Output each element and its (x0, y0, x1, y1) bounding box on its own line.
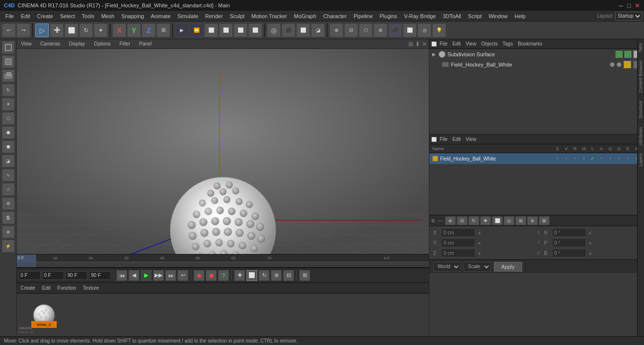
menu-motiontracker[interactable]: Motion Tracker (248, 12, 290, 20)
obj-objects-btn[interactable]: Objects (479, 41, 500, 46)
coord-h-input[interactable] (552, 228, 586, 237)
viewport-shader-btn[interactable]: ⊗ (374, 23, 387, 37)
transport-next-btn[interactable]: ▶▶ (153, 270, 164, 281)
edge-mode-btn[interactable]: ⬜ (296, 23, 310, 37)
subdiv-enable-toggle[interactable]: ✓ (616, 51, 622, 58)
render-region-btn[interactable]: ▶ (175, 23, 189, 37)
menu-mograph[interactable]: MoGraph (290, 12, 320, 20)
sidebar-light-btn[interactable]: ⚡ (2, 240, 15, 253)
layout-select[interactable]: Startup (615, 12, 642, 21)
mat-mgr-edit-btn[interactable]: Edit (40, 285, 52, 291)
sidebar-s-btn[interactable]: S (2, 211, 15, 224)
sidebar-edges-btn[interactable] (2, 55, 15, 68)
menu-create[interactable]: Create (34, 12, 57, 20)
transport-auto-btn[interactable]: ? (218, 270, 229, 281)
transport-loop-btn[interactable]: ↩ (178, 270, 188, 281)
viewport-settings-btn[interactable]: ⬇ (415, 41, 420, 47)
apply-button[interactable]: Apply (494, 262, 522, 272)
transport-stop-btn[interactable]: ⏹ (206, 270, 217, 281)
mat-mgr-create-btn[interactable]: Create (19, 285, 37, 291)
menu-mesh[interactable]: Mesh (98, 12, 118, 20)
sidebar-obj1-btn[interactable]: ⬡ (2, 112, 15, 125)
vtab-attributes[interactable]: Attributes (638, 123, 644, 149)
coords-tb-9[interactable]: ⊠ (539, 216, 550, 225)
sidebar-obj2-btn[interactable]: ⬢ (2, 126, 15, 139)
snap-btn[interactable]: ⊕ (330, 23, 343, 37)
sidebar-spline-btn[interactable]: ∿ (2, 169, 15, 182)
mat-row-hockey[interactable]: Field_Hockey_Ball_White • • • • ✓ • • • … (429, 153, 644, 164)
transport-scale2-btn[interactable]: ⬜ (246, 270, 257, 281)
display-box-btn[interactable]: ◎ (418, 23, 431, 37)
menu-animate[interactable]: Animate (147, 12, 174, 20)
transport-start-frame[interactable] (19, 271, 41, 280)
transport-prev-btn[interactable]: ◀ (129, 270, 139, 281)
menu-tools[interactable]: Tools (78, 12, 98, 20)
vp-display-btn[interactable]: Display (67, 41, 88, 47)
sidebar-settings-btn[interactable]: ⚙ (2, 197, 15, 210)
axis-x-btn[interactable]: X (112, 23, 126, 37)
point-mode-btn[interactable]: ⬛ (282, 23, 295, 37)
all-axis-btn[interactable]: ⊞ (156, 23, 170, 37)
transport-pan-btn[interactable]: ⊕ (271, 270, 282, 281)
obj-view-btn[interactable]: View (464, 41, 478, 46)
coords-tb-7[interactable]: ⊞ (515, 216, 526, 225)
mat-edit-btn[interactable]: Edit (450, 137, 463, 142)
menu-sculpt[interactable]: Sculpt (226, 12, 248, 20)
obj-hockey-ball-item[interactable]: Field_Hockey_Ball_White (429, 60, 644, 69)
hockey-ball-color[interactable] (623, 61, 631, 69)
coords-tb-3[interactable]: ↻ (468, 216, 479, 225)
coords-tb-1[interactable]: ⊕ (445, 216, 456, 225)
menu-pipeline[interactable]: Pipeline (350, 12, 376, 20)
obj-file-btn[interactable]: File (438, 41, 449, 46)
menu-plugins[interactable]: Plugins (376, 12, 400, 20)
transport-end-frame[interactable] (89, 271, 111, 280)
sidebar-obj3-btn[interactable]: ⬣ (2, 140, 15, 153)
light-btn[interactable]: 💡 (432, 23, 446, 37)
coord-y-input[interactable] (441, 238, 475, 247)
sidebar-brush-btn[interactable]: ✦ (2, 98, 15, 111)
menu-file[interactable]: File (2, 12, 18, 20)
coords-tb-4[interactable]: ✚ (480, 216, 491, 225)
workspace-btn[interactable]: ⬡ (359, 23, 373, 37)
render-settings-btn[interactable]: ⬜ (219, 23, 233, 37)
axis-y-btn[interactable]: Y (127, 23, 141, 37)
close-btn[interactable]: ✕ (635, 2, 640, 9)
snap-settings-btn[interactable]: ⊟ (344, 23, 358, 37)
menu-snapping[interactable]: Snapping (118, 12, 148, 20)
transport-first-btn[interactable]: ⏮ (116, 270, 127, 281)
vp-cameras-btn[interactable]: Cameras (38, 41, 63, 47)
vp-panel-btn[interactable]: Panel (137, 41, 155, 47)
sidebar-add-btn[interactable]: ⊕ (2, 226, 15, 238)
mat-mgr-function-btn[interactable]: Function (55, 285, 78, 291)
vtab-layers[interactable]: Layers (638, 149, 644, 170)
transport-extra-btn[interactable]: ⊞ (299, 270, 310, 281)
maximize-btn[interactable]: □ (627, 2, 631, 9)
mat-mgr-texture-btn[interactable]: Texture (81, 285, 101, 291)
transport-zoom-btn[interactable]: ⊟ (283, 270, 294, 281)
timeline-track[interactable] (17, 262, 429, 268)
menu-help[interactable]: Help (511, 12, 529, 20)
mat-view-btn[interactable]: View (464, 137, 478, 142)
sidebar-rotate-btn[interactable]: ↻ (2, 84, 15, 96)
coords-tb-5[interactable]: ⬜ (492, 216, 503, 225)
coords-tb-6[interactable]: ◎ (504, 216, 514, 225)
scale-btn[interactable]: ⬜ (65, 23, 78, 37)
poly-mode-btn[interactable]: ◪ (311, 23, 325, 37)
menu-vray[interactable]: V-Ray Bridge (400, 12, 439, 20)
menu-simulate[interactable]: Simulate (174, 12, 202, 20)
move-btn[interactable]: ✚ (50, 23, 64, 37)
transport-last-btn[interactable]: ⏭ (165, 270, 176, 281)
redo-btn[interactable]: ↪ (17, 23, 30, 37)
display-wire-btn[interactable]: ⬜ (403, 23, 417, 37)
sidebar-obj4-btn[interactable]: ◪ (2, 155, 15, 167)
transform-btn[interactable]: ✦ (94, 23, 108, 37)
viewport-close-btn[interactable]: ✕ (422, 41, 427, 47)
menu-render[interactable]: Render (202, 12, 226, 20)
menu-select[interactable]: Select (57, 12, 79, 20)
material-preview-container[interactable]: White_E (31, 302, 57, 328)
menu-3dtoall[interactable]: 3DToAll (439, 12, 465, 20)
mat-file-btn[interactable]: File (438, 137, 449, 142)
sidebar-poly-btn[interactable] (2, 69, 15, 82)
menu-edit[interactable]: Edit (18, 12, 34, 20)
render-anim-btn[interactable]: ⏩ (190, 23, 203, 37)
